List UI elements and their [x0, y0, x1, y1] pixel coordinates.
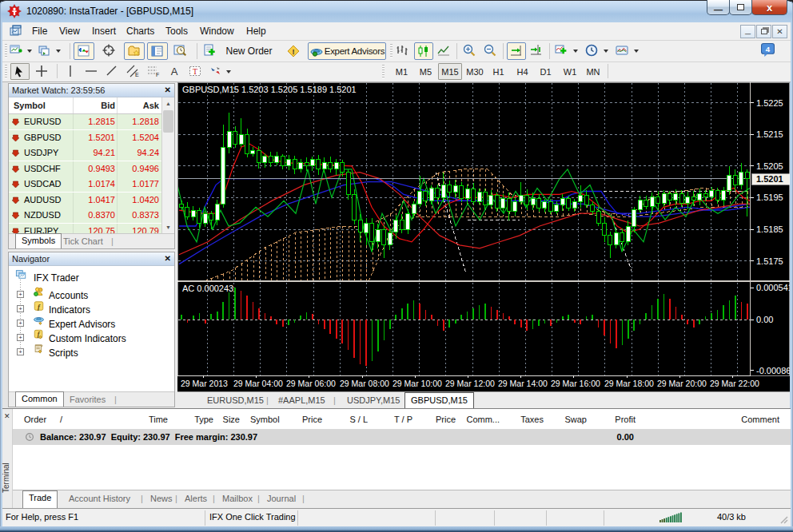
- svg-text:1.5185: 1.5185: [756, 224, 783, 234]
- svg-text:A: A: [171, 66, 178, 77]
- svg-text:E: E: [135, 72, 139, 77]
- svg-text:29 Mar 18:00: 29 Mar 18:00: [604, 379, 654, 388]
- svg-text:29 Mar 22:00: 29 Mar 22:00: [710, 379, 759, 388]
- svg-text:0.00: 0.00: [756, 315, 773, 324]
- svg-text:4: 4: [766, 45, 771, 54]
- svg-text:29 Mar 10:00: 29 Mar 10:00: [393, 379, 442, 388]
- svg-text:1.5205: 1.5205: [756, 161, 783, 171]
- svg-text:-0.00086: -0.00086: [756, 366, 790, 375]
- svg-text:29 Mar 2013: 29 Mar 2013: [181, 379, 228, 388]
- svg-text:29 Mar 16:00: 29 Mar 16:00: [551, 379, 600, 388]
- svg-text:1.5195: 1.5195: [756, 193, 783, 202]
- svg-text:1.5215: 1.5215: [756, 129, 783, 139]
- svg-text:29 Mar 12:00: 29 Mar 12:00: [445, 379, 495, 388]
- svg-text:29 Mar 14:00: 29 Mar 14:00: [498, 379, 548, 388]
- svg-text:29 Mar 20:00: 29 Mar 20:00: [657, 379, 707, 388]
- svg-text:F: F: [156, 72, 159, 77]
- svg-text:29 Mar 06:00: 29 Mar 06:00: [286, 379, 336, 388]
- svg-text:!: !: [293, 48, 295, 56]
- svg-text:1.5201: 1.5201: [756, 174, 783, 184]
- svg-text:29 Mar 04:00: 29 Mar 04:00: [233, 379, 283, 388]
- svg-text:T: T: [193, 67, 197, 76]
- svg-text:29 Mar 08:00: 29 Mar 08:00: [340, 379, 389, 388]
- svg-text:GBPUSD,M15 1.5203 1.5205 1.51: GBPUSD,M15 1.5203 1.5205 1.5189 1.5201: [182, 85, 357, 94]
- svg-text:AC 0.000243: AC 0.000243: [182, 284, 233, 293]
- svg-text:1.5225: 1.5225: [756, 98, 783, 108]
- svg-text:0.000541: 0.000541: [756, 283, 790, 292]
- svg-text:1.5175: 1.5175: [756, 256, 783, 266]
